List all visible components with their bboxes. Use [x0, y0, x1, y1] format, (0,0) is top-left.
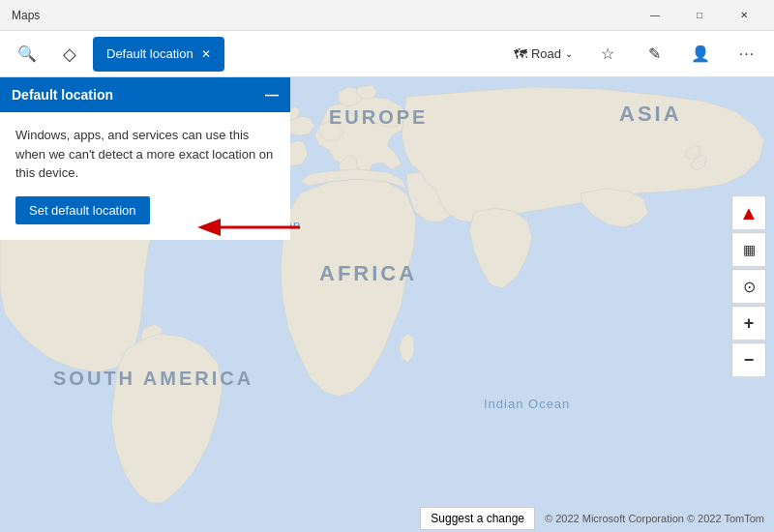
- toolbar: 🔍 ◇ Default location ✕ 🗺 Road ⌄ ☆ ✎ 👤 ··…: [0, 31, 774, 77]
- toolbar-right: 🗺 Road ⌄ ☆ ✎ 👤 ···: [506, 35, 766, 74]
- set-default-location-button[interactable]: Set default location: [15, 196, 150, 224]
- copyright-text: © 2022 Microsoft Corporation © 2022 TomT…: [545, 513, 764, 524]
- minimize-button[interactable]: —: [633, 0, 677, 31]
- compass-icon: ▲: [739, 203, 759, 222]
- pen-icon: ✎: [648, 44, 661, 63]
- location-circle-icon: ⊙: [743, 278, 756, 296]
- profile-icon: 👤: [691, 44, 710, 63]
- draw-button[interactable]: ✎: [635, 35, 673, 74]
- more-options-button[interactable]: ···: [728, 35, 766, 74]
- panel-title: Default location: [12, 87, 113, 103]
- arrow-annotation: [194, 213, 310, 245]
- panel-header: Default location —: [0, 77, 290, 112]
- maximize-button[interactable]: □: [677, 0, 722, 31]
- window-controls: — □ ✕: [633, 0, 766, 31]
- tab-close-icon[interactable]: ✕: [201, 47, 211, 61]
- compass-control[interactable]: ▲: [731, 195, 766, 230]
- profile-button[interactable]: 👤: [681, 35, 720, 74]
- app-title: Maps: [12, 9, 40, 22]
- zoom-out-button[interactable]: −: [731, 342, 766, 377]
- grid-icon: ▦: [743, 242, 756, 257]
- favorites-button[interactable]: ☆: [588, 35, 627, 74]
- tab-label: Default location: [106, 46, 194, 61]
- search-icon: 🔍: [17, 44, 37, 63]
- road-view-button[interactable]: 🗺 Road ⌄: [506, 43, 580, 66]
- zoom-in-button[interactable]: +: [731, 306, 766, 340]
- panel-minimize-button[interactable]: —: [265, 87, 279, 103]
- road-label: Road: [531, 46, 561, 61]
- location-pin-button[interactable]: ◇: [50, 35, 89, 74]
- panel-description: Windows, apps, and services can use this…: [15, 126, 275, 183]
- star-icon: ☆: [601, 44, 614, 63]
- search-button[interactable]: 🔍: [8, 35, 46, 74]
- ellipsis-icon: ···: [739, 45, 755, 63]
- my-location-button[interactable]: ⊙: [731, 269, 766, 304]
- map-controls: ▲ ▦ ⊙ + −: [731, 195, 766, 377]
- road-map-icon: 🗺: [514, 46, 527, 62]
- close-button[interactable]: ✕: [722, 0, 766, 31]
- default-location-tab[interactable]: Default location ✕: [93, 37, 224, 72]
- map-grid-button[interactable]: ▦: [731, 232, 766, 267]
- title-bar: Maps — □ ✕: [0, 0, 774, 31]
- main-content: EUROPE ASIA AFRICA SOUTH AMERICA Ocean I…: [0, 77, 774, 532]
- location-pin-icon: ◇: [63, 44, 76, 65]
- chevron-down-icon: ⌄: [565, 48, 573, 59]
- bottom-bar: Suggest a change © 2022 Microsoft Corpor…: [0, 505, 774, 532]
- suggest-change-button[interactable]: Suggest a change: [420, 507, 535, 530]
